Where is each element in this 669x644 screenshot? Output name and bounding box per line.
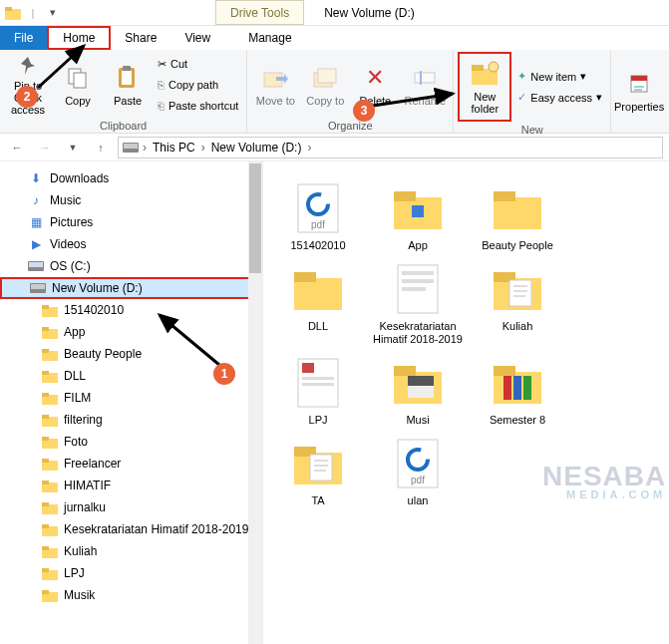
chevron-right-icon[interactable]: › [199, 141, 207, 155]
dropdown-icon[interactable]: ▾ [44, 4, 62, 22]
copy-path-button[interactable]: ⎘Copy path [154, 75, 242, 95]
cut-icon: ✂ [158, 58, 167, 71]
paste-icon [113, 63, 143, 93]
svg-rect-74 [302, 383, 334, 386]
tree-subfolder[interactable]: filtering [0, 409, 262, 431]
tree-pictures[interactable]: ▦Pictures [0, 211, 262, 233]
tree-videos[interactable]: ▶Videos [0, 233, 262, 255]
file-thumbnail [282, 435, 354, 492]
tree-label: LPJ [64, 566, 85, 580]
main-area: ⬇Downloads ♪Music ▦Pictures ▶Videos OS (… [0, 161, 669, 644]
tree-label: FILM [64, 391, 91, 405]
tree-subfolder[interactable]: LPJ [0, 562, 262, 584]
svg-rect-86 [310, 455, 332, 481]
drive-icon [28, 258, 44, 274]
nav-forward-button[interactable]: → [34, 137, 56, 159]
svg-rect-57 [494, 197, 541, 229]
file-item[interactable]: TA [271, 435, 365, 507]
svg-rect-10 [415, 73, 435, 83]
svg-rect-1 [5, 7, 12, 11]
paste-button[interactable]: Paste [104, 52, 152, 118]
properties-button[interactable]: Properties [615, 58, 663, 124]
titlebar: | ▾ Drive Tools New Volume (D:) [0, 0, 669, 26]
nav-history-button[interactable]: ▼ [62, 137, 84, 159]
tree-scrollbar[interactable] [248, 161, 262, 644]
move-to-button[interactable]: Move to [251, 52, 299, 118]
tree-subfolder[interactable]: HIMATIF [0, 475, 262, 496]
tree-subfolder[interactable]: Freelancer [0, 453, 262, 475]
file-thumbnail [382, 179, 454, 237]
cut-button[interactable]: ✂Cut [154, 54, 242, 74]
tree-downloads[interactable]: ⬇Downloads [0, 167, 262, 189]
file-item[interactable]: Musi [371, 354, 465, 427]
file-item[interactable]: Semester 8 [471, 354, 564, 427]
tree-label: Videos [50, 237, 86, 251]
folder-icon [42, 324, 58, 340]
file-item[interactable]: LPJ [271, 354, 365, 427]
easyaccess-label: Easy access [530, 92, 592, 104]
organize-group-label: Organize [247, 120, 453, 134]
group-open: Properties [611, 50, 667, 133]
nav-up-button[interactable]: ↑ [90, 137, 112, 159]
file-item[interactable]: DLL [271, 260, 365, 346]
pastesc-icon: ⎗ [158, 100, 165, 112]
svg-rect-9 [318, 69, 336, 83]
tree-subfolder[interactable]: FILM [0, 387, 262, 409]
paste-shortcut-button[interactable]: ⎗Paste shortcut [154, 96, 242, 116]
tree-label: Foto [64, 435, 88, 449]
svg-rect-59 [294, 278, 342, 310]
file-name: App [408, 239, 428, 252]
crumb-volume[interactable]: New Volume (D:) [209, 141, 304, 155]
file-name: DLL [308, 320, 328, 333]
file-item[interactable]: Kuliah [471, 260, 564, 346]
tree-subfolder[interactable]: jurnalku [0, 496, 262, 518]
tab-manage[interactable]: Manage [234, 26, 305, 50]
tree-subfolder[interactable]: Kuliah [0, 540, 262, 562]
svg-rect-78 [408, 376, 434, 386]
folder-icon [42, 478, 58, 493]
tab-share[interactable]: Share [111, 26, 170, 50]
breadcrumb[interactable]: › This PC › New Volume (D:) › [118, 137, 663, 159]
nav-back-button[interactable]: ← [6, 137, 28, 159]
svg-rect-6 [123, 66, 131, 71]
tree-music[interactable]: ♪Music [0, 189, 262, 211]
file-thumbnail [482, 179, 553, 237]
scrollbar-thumb[interactable] [249, 163, 261, 273]
tab-view[interactable]: View [170, 26, 224, 50]
svg-text:pdf: pdf [411, 475, 425, 485]
file-item[interactable]: pdfulan [371, 435, 465, 507]
tree-subfolder[interactable]: Musik [0, 584, 262, 606]
new-folder-button[interactable]: New folder [458, 52, 511, 122]
ribbon: Pin to Quick access Copy Paste ✂Cut ⎘Cop… [0, 50, 669, 134]
crumb-this-pc[interactable]: This PC [151, 141, 197, 155]
annotation-badge-2: 2 [16, 86, 38, 108]
svg-rect-82 [513, 376, 521, 400]
tree-subfolder[interactable]: Foto [0, 431, 262, 453]
tree-subfolder[interactable]: Kesekratariatan Himatif 2018-2019 [0, 518, 262, 540]
file-thumbnail: pdf [382, 435, 454, 492]
file-name: ulan [408, 494, 429, 507]
folder-icon [42, 390, 58, 406]
copy-to-button[interactable]: Copy to [301, 52, 349, 118]
properties-label: Properties [614, 101, 664, 113]
new-item-button[interactable]: ✦New item▾ [513, 67, 606, 87]
file-item[interactable]: Beauty People [471, 179, 564, 252]
tree-new-volume-d[interactable]: New Volume (D:) [0, 277, 262, 299]
chevron-right-icon[interactable]: › [305, 141, 313, 155]
tree-label: HIMATIF [64, 479, 111, 492]
tree-os-c[interactable]: OS (C:) [0, 255, 262, 277]
tree-label: App [64, 325, 85, 339]
svg-rect-60 [294, 272, 316, 282]
drive-icon [123, 143, 139, 153]
copypath-icon: ⎘ [158, 79, 165, 91]
svg-rect-22 [31, 284, 45, 289]
file-item[interactable]: pdf151402010 [271, 179, 365, 252]
svg-rect-67 [509, 280, 531, 306]
easy-access-button[interactable]: ✓Easy access▾ [513, 88, 606, 108]
file-item[interactable]: App [371, 179, 465, 252]
file-thumbnail [382, 260, 454, 318]
file-item[interactable]: Kesekratariatan Himatif 2018-2019 [371, 260, 465, 346]
svg-rect-30 [42, 371, 49, 375]
chevron-right-icon[interactable]: › [141, 141, 149, 155]
window-title: New Volume (D:) [324, 6, 415, 20]
